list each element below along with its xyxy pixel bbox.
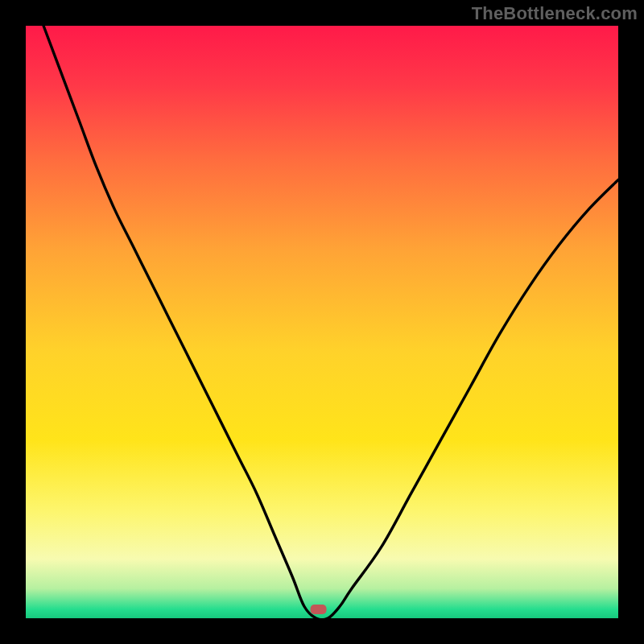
watermark-text: TheBottleneck.com [472, 3, 638, 24]
plot-area [26, 26, 618, 618]
bottleneck-chart [0, 0, 644, 644]
chart-stage: TheBottleneck.com [0, 0, 644, 644]
optimal-marker [311, 605, 327, 614]
